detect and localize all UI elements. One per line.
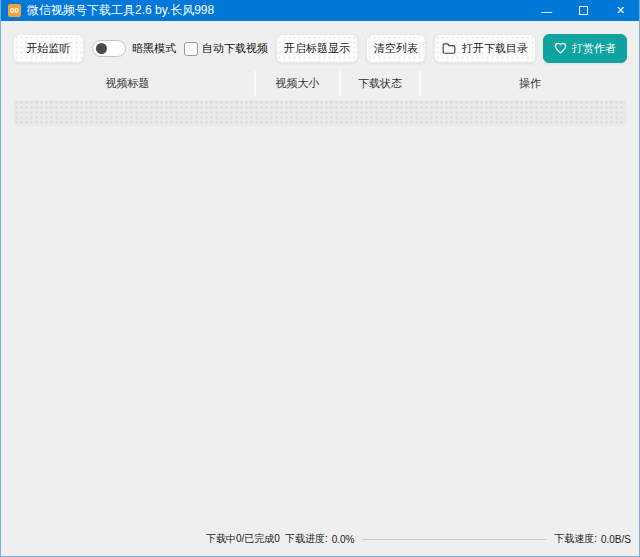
empty-table-row (14, 100, 626, 126)
auto-download-checkbox[interactable] (184, 42, 198, 56)
minimize-button[interactable]: — (528, 0, 565, 21)
column-header-video-title[interactable]: 视频标题 (1, 71, 256, 96)
app-icon: 00 (8, 4, 21, 17)
table-header: 视频标题 视频大小 下载状态 操作 (1, 71, 639, 96)
progress-label: 下载进度: (285, 532, 328, 546)
open-download-dir-label: 打开下载目录 (462, 41, 528, 56)
maximize-icon (579, 6, 588, 15)
clear-list-button[interactable]: 清空列表 (366, 34, 426, 63)
speed-label: 下载速度: (554, 532, 597, 546)
auto-download-label: 自动下载视频 (202, 41, 268, 56)
toolbar: 开始监听 暗黑模式 自动下载视频 开启标题显示 清空列表 打开下载目录 打赏作者 (1, 34, 639, 63)
progress-bar (362, 539, 546, 540)
titlebar[interactable]: 00 微信视频号下载工具2.6 by.长风998 — ✕ (1, 0, 639, 21)
reward-author-label: 打赏作者 (572, 41, 616, 56)
title-display-button[interactable]: 开启标题显示 (276, 34, 358, 63)
open-download-dir-button[interactable]: 打开下载目录 (434, 34, 536, 63)
folder-icon (442, 42, 456, 56)
app-window: 00 微信视频号下载工具2.6 by.长风998 — ✕ 开始监听 暗黑模式 自… (0, 0, 640, 557)
table-body-area (1, 126, 639, 556)
dark-mode-label: 暗黑模式 (132, 41, 176, 56)
window-controls: — ✕ (528, 0, 639, 21)
dark-mode-toggle[interactable] (92, 40, 126, 57)
download-counts: 下载中0/已完成0 (206, 532, 280, 546)
close-button[interactable]: ✕ (602, 0, 639, 21)
start-listen-button[interactable]: 开始监听 (13, 34, 84, 63)
window-title: 微信视频号下载工具2.6 by.长风998 (27, 2, 214, 19)
speed-value: 0.0B/S (601, 534, 631, 545)
statusbar: 下载中0/已完成0 下载进度: 0.0% 下载速度: 0.0B/S (1, 532, 631, 546)
column-header-action[interactable]: 操作 (421, 71, 639, 96)
toggle-knob-icon (96, 43, 107, 54)
column-header-video-size[interactable]: 视频大小 (256, 71, 341, 96)
progress-value: 0.0% (332, 534, 355, 545)
reward-author-button[interactable]: 打赏作者 (543, 34, 627, 63)
maximize-button[interactable] (565, 0, 602, 21)
column-header-download-status[interactable]: 下载状态 (341, 71, 421, 96)
heart-icon (554, 42, 567, 56)
